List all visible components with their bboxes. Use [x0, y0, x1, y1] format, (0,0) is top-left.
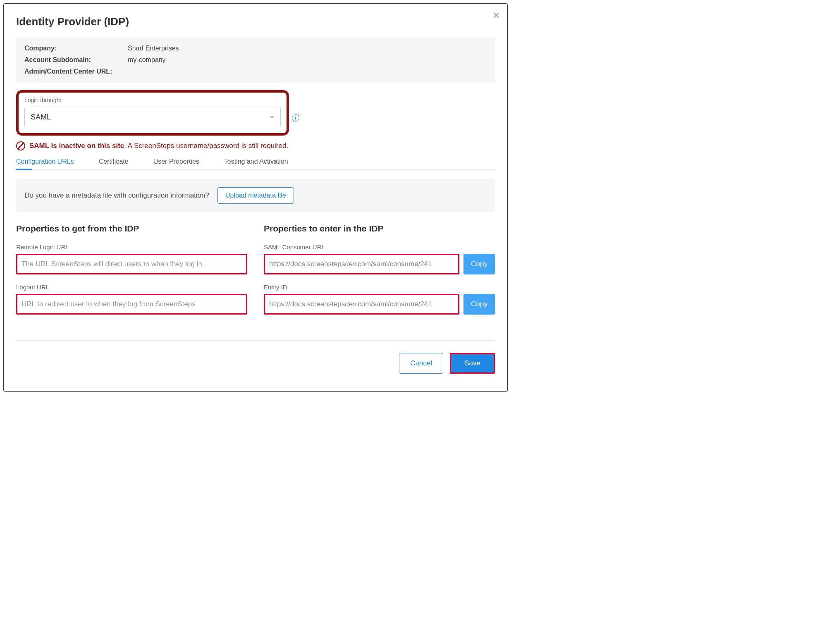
info-icon[interactable]: i: [292, 114, 299, 122]
idp-modal: ✕ Identity Provider (IDP) Company: Snarf…: [3, 3, 508, 392]
login-through-select[interactable]: SAML: [24, 107, 281, 127]
tab-user-properties[interactable]: User Properties: [153, 158, 199, 169]
account-info-box: Company: Snarf Enterprises Account Subdo…: [16, 37, 495, 83]
company-value: Snarf Enterprises: [128, 45, 179, 52]
save-button[interactable]: Save: [451, 354, 494, 372]
subdomain-label: Account Subdomain:: [24, 56, 128, 64]
company-label: Company:: [24, 45, 128, 52]
save-button-highlight: Save: [450, 353, 495, 374]
left-column: Properties to get from the IDP Remote Lo…: [16, 224, 247, 324]
footer-buttons: Cancel Save: [16, 353, 495, 374]
login-through-selected: SAML: [31, 113, 51, 122]
adminurl-label: Admin/Content Center URL:: [24, 68, 128, 75]
remote-login-input[interactable]: [16, 254, 247, 274]
saml-inactive-alert: SAML is inactive on this site. A ScreenS…: [16, 141, 495, 150]
cancel-button[interactable]: Cancel: [399, 353, 443, 374]
divider: [16, 340, 495, 341]
login-through-highlight: Login through: SAML i: [16, 90, 289, 136]
tab-certificate[interactable]: Certificate: [99, 158, 129, 169]
metadata-question: Do you have a metadata file with configu…: [24, 191, 209, 200]
remote-login-label: Remote Login URL: [16, 243, 247, 250]
consumer-url-label: SAML Consumer URL: [264, 243, 495, 250]
consumer-url-input[interactable]: [264, 254, 459, 274]
logout-url-input[interactable]: [16, 294, 247, 315]
right-column: Properties to enter in the IDP SAML Cons…: [264, 224, 495, 324]
entity-id-label: Entity ID: [264, 284, 495, 291]
subdomain-value: my-company: [128, 56, 166, 64]
metadata-upload-box: Do you have a metadata file with configu…: [16, 179, 495, 212]
copy-entity-button[interactable]: Copy: [463, 294, 495, 315]
copy-consumer-button[interactable]: Copy: [463, 254, 495, 274]
logout-url-label: Logout URL: [16, 284, 247, 291]
left-heading: Properties to get from the IDP: [16, 224, 247, 234]
upload-metadata-button[interactable]: Upload metadata file: [217, 187, 294, 204]
right-heading: Properties to enter in the IDP: [264, 224, 495, 234]
alert-strong: SAML is inactive on this site: [29, 142, 124, 150]
chevron-down-icon: [270, 116, 275, 119]
close-icon[interactable]: ✕: [492, 11, 500, 20]
tab-configuration-urls[interactable]: Configuration URLs: [16, 158, 74, 169]
ban-icon: [16, 141, 25, 150]
tab-testing-activation[interactable]: Testing and Activation: [224, 158, 288, 169]
alert-rest: . A ScreenSteps username/password is sti…: [124, 142, 288, 150]
tabs: Configuration URLs Certificate User Prop…: [16, 158, 495, 170]
login-through-label: Login through:: [24, 97, 281, 103]
page-title: Identity Provider (IDP): [16, 15, 495, 28]
entity-id-input[interactable]: [264, 294, 459, 315]
